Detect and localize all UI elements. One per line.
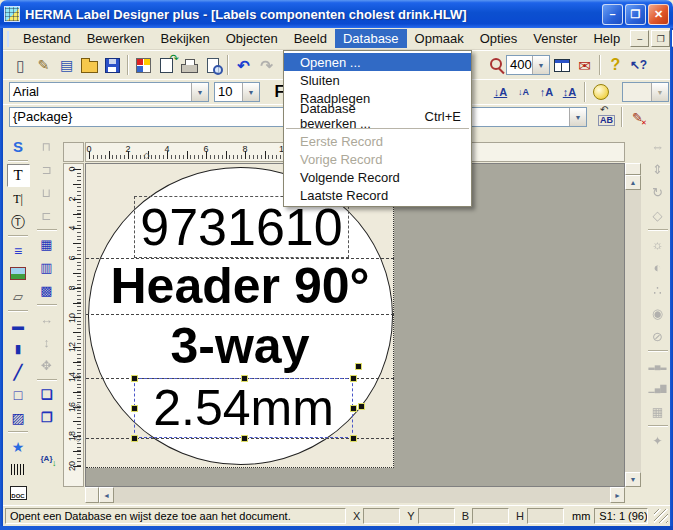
copy-labels-button[interactable]: [155, 54, 178, 77]
mdi-restore-button[interactable]: ❐: [651, 30, 670, 47]
chevron-down-icon[interactable]: ▼: [569, 108, 586, 126]
undo-button[interactable]: ↶: [232, 54, 255, 77]
font-name-combo[interactable]: Arial▼: [9, 82, 209, 102]
baseline-up-button[interactable]: ↑A: [535, 81, 558, 104]
menu-item-sluiten[interactable]: Sluiten: [284, 71, 471, 89]
horizontal-line-tool-button[interactable]: ▬: [7, 314, 30, 337]
maximize-button[interactable]: ❐: [625, 4, 646, 25]
menu-bestand[interactable]: Bestand: [15, 29, 79, 48]
baseline-down-small-button[interactable]: ↓A: [512, 81, 535, 104]
selection-handle[interactable]: [131, 435, 138, 442]
menu-item-database-bewerken[interactable]: Database bewerken ...Ctrl+E: [284, 107, 471, 125]
menu-beeld[interactable]: Beeld: [286, 29, 335, 48]
page-numbers-button[interactable]: ▤: [55, 54, 78, 77]
vertical-scrollbar[interactable]: ▲▼: [625, 163, 641, 487]
resize-grip[interactable]: [654, 509, 668, 523]
close-button[interactable]: ✕: [648, 4, 669, 25]
doc-field-tool-button[interactable]: DOC: [7, 481, 30, 504]
edit-layout-button[interactable]: ✎: [32, 54, 55, 77]
minimize-button[interactable]: –: [602, 4, 623, 25]
rectangle-tool-button[interactable]: □: [7, 383, 30, 406]
close-icon: ✕: [654, 8, 663, 21]
eraser-tool-button[interactable]: ▱: [7, 285, 30, 308]
baseline-down-button[interactable]: ↓A: [489, 81, 512, 104]
toolbar-separator: [8, 235, 28, 237]
text-field-tool-button[interactable]: T|: [7, 187, 30, 210]
new-document-icon: ▯: [16, 58, 24, 73]
circular-text-tool-button[interactable]: Ⓣ: [7, 210, 30, 233]
assign-database-button[interactable]: ✎: [626, 106, 649, 129]
selection-handle[interactable]: [131, 405, 138, 412]
label-field-4[interactable]: 2.54mm: [134, 378, 353, 438]
selection-handle[interactable]: [358, 403, 365, 410]
menu-database[interactable]: Database: [335, 29, 407, 48]
menu-help[interactable]: Help: [585, 29, 628, 48]
send-to-back-button[interactable]: ❐: [35, 406, 58, 429]
selection-handle[interactable]: [350, 375, 357, 382]
diagonal-line-tool-button[interactable]: ╱: [7, 360, 30, 383]
text-tool-button[interactable]: T: [7, 164, 30, 187]
open-document-button[interactable]: [78, 54, 101, 77]
context-help-button[interactable]: ↖?: [627, 54, 650, 77]
line-spacing-button[interactable]: ↕A: [558, 81, 581, 104]
selection-handle[interactable]: [355, 363, 362, 370]
label-field-2[interactable]: Header 90°: [86, 258, 394, 314]
menu-item-laatste-record[interactable]: Laatste Record: [284, 186, 471, 204]
record-list-tool-button[interactable]: ≡: [7, 239, 30, 262]
zoom-tool-button[interactable]: [483, 54, 506, 77]
selection-handle[interactable]: [350, 405, 357, 412]
menu-item-openen[interactable]: Openen ...: [284, 53, 471, 71]
scroll-thumb[interactable]: [85, 487, 99, 503]
grid-pattern-2-button[interactable]: ▥: [35, 256, 58, 279]
color-palette-button[interactable]: [589, 81, 612, 104]
star-tool-button[interactable]: ★: [7, 435, 30, 458]
design-canvas[interactable]: 9731610Header 90°3-way2.54mm: [85, 163, 625, 487]
selection-handle[interactable]: [131, 375, 138, 382]
align-middle-button: ⊐: [35, 158, 58, 181]
mdi-minimize-button[interactable]: –: [630, 30, 649, 47]
chevron-down-icon[interactable]: ▼: [532, 56, 549, 74]
scroll-down-button[interactable]: ▼: [625, 472, 641, 487]
label-field-3[interactable]: 3-way: [86, 314, 394, 378]
selection-handle[interactable]: [241, 435, 248, 442]
bring-to-front-button[interactable]: ❏: [35, 383, 58, 406]
menu-opmaak[interactable]: Opmaak: [407, 29, 472, 48]
image-tool-button[interactable]: [7, 262, 30, 285]
swap-fields-button[interactable]: AB: [595, 106, 618, 129]
label-page[interactable]: 9731610Header 90°3-way2.54mm: [86, 164, 394, 468]
scroll-up-button[interactable]: ▲: [625, 175, 641, 190]
grid-pattern-1-button[interactable]: ▦: [35, 233, 58, 256]
new-document-button[interactable]: ▯: [9, 54, 32, 77]
insert-auto-field-button[interactable]: {A}: [35, 447, 58, 470]
pattern-rectangle-tool-button[interactable]: ▨: [7, 406, 30, 429]
menu-opties[interactable]: Opties: [472, 29, 526, 48]
scroll-right-button[interactable]: ►: [610, 487, 625, 503]
barcode-tool-button[interactable]: [7, 458, 30, 481]
menu-bekijken[interactable]: Bekijken: [153, 29, 218, 48]
font-size-combo[interactable]: 10▼: [214, 82, 260, 102]
menu-bewerken[interactable]: Bewerken: [79, 29, 153, 48]
grid-pattern-3-button[interactable]: ▩: [35, 279, 58, 302]
window-layout-button[interactable]: [550, 54, 573, 77]
chevron-down-icon[interactable]: ▼: [191, 83, 208, 101]
save-document-button[interactable]: [101, 54, 124, 77]
chevron-down-icon[interactable]: ▼: [242, 83, 259, 101]
label-format-button[interactable]: [132, 54, 155, 77]
select-tool-button[interactable]: S: [7, 135, 30, 158]
vertical-line-tool-button[interactable]: ▮: [7, 337, 30, 360]
print-preview-button[interactable]: [201, 54, 224, 77]
menu-venster[interactable]: Venster: [525, 29, 585, 48]
selection-handle[interactable]: [241, 375, 248, 382]
menu-item-volgende-record[interactable]: Volgende Record: [284, 168, 471, 186]
horizontal-scrollbar[interactable]: ◄►: [85, 487, 625, 503]
scroll-left-button[interactable]: ◄: [99, 487, 114, 503]
selection-handle[interactable]: [350, 435, 357, 442]
menu-objecten[interactable]: Objecten: [218, 29, 286, 48]
zoom-level-combo[interactable]: 400▼: [506, 55, 550, 75]
equal-size-button: ✥: [35, 354, 58, 377]
send-mail-button[interactable]: ✉: [573, 54, 596, 77]
help-button[interactable]: ?: [604, 54, 627, 77]
print-button[interactable]: [178, 54, 201, 77]
align-top-icon: ⊓: [42, 141, 51, 153]
scroll-thumb[interactable]: [625, 163, 641, 175]
